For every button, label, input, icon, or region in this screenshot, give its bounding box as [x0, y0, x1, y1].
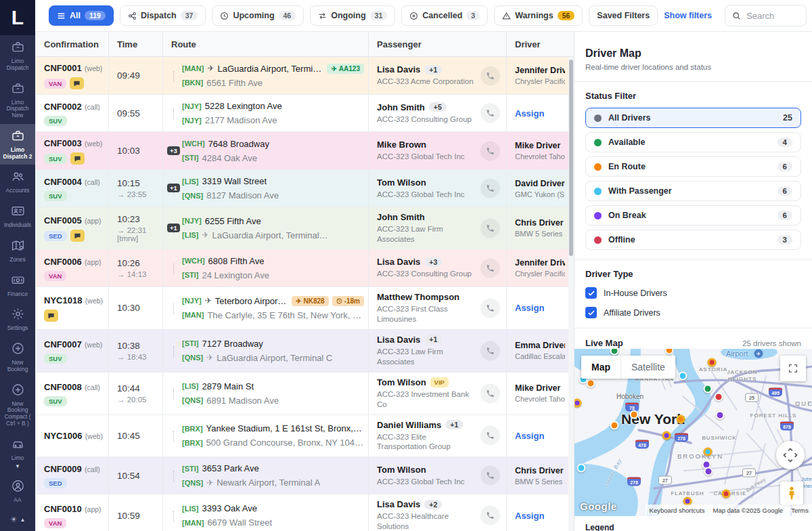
chat-icon[interactable] — [70, 77, 84, 89]
tab-saved-filters[interactable]: Saved Filters — [589, 5, 658, 26]
sidebar-item-aa[interactable]: AA — [0, 474, 35, 509]
chat-icon[interactable] — [70, 230, 85, 242]
booking-row[interactable]: CNF0002 (call) SUV 09:55 [NJY] 5228 Lexi… — [36, 95, 569, 132]
checkbox-in-house-drivers[interactable]: In-House Drivers — [585, 287, 801, 299]
driver-marker-orange[interactable] — [630, 410, 639, 419]
satellite-button[interactable]: Satellite — [621, 356, 675, 379]
chat-icon[interactable] — [44, 310, 58, 322]
booking-row[interactable]: CNF0007 (web) SUV 10:38 → 18:43 [STI] 71… — [36, 330, 569, 373]
sidebar-item-zones[interactable]: Zones — [0, 234, 35, 268]
checkbox-icon[interactable] — [585, 287, 597, 299]
driver-marker-cyan[interactable] — [577, 464, 586, 473]
sidebar-item-limo-dispatch[interactable]: Limo Dispatch — [0, 35, 35, 77]
dropoff-time: → 20:05 — [117, 396, 158, 404]
driver-vehicle: GMC Yukon (SUV) — [515, 190, 565, 198]
driver-marker-orange[interactable] — [610, 421, 619, 430]
show-filters-link[interactable]: Show filters — [664, 11, 712, 20]
tab-ongoing[interactable]: Ongoing 31 — [310, 5, 395, 26]
phone-icon[interactable] — [480, 466, 500, 486]
booking-row[interactable]: CNF0005 (app) SED 10:23 → 22:31 [tmrw] +… — [36, 207, 569, 250]
status-filter-all-drivers[interactable]: All Drivers 25 — [585, 108, 801, 128]
phone-icon[interactable] — [480, 298, 500, 318]
checkbox-affiliate-drivers[interactable]: Affiliate Drivers — [585, 307, 801, 318]
booking-row[interactable]: CNF0001 (web) VAN 09:49 [MAN] ✈ LaGuardi… — [36, 57, 569, 95]
assign-link[interactable]: Assign — [515, 431, 565, 441]
tab-cancelled[interactable]: Cancelled 3 — [401, 5, 488, 26]
scrollbar-thumb[interactable] — [569, 60, 573, 256]
chat-icon[interactable] — [70, 152, 85, 165]
booking-row[interactable]: CNF0003 (web) SUV 10:03 +3 [WCH] 7648 Br… — [36, 132, 569, 170]
booking-row[interactable]: CNF0006 (app) VAN 10:26 → 14:13 [WCH] 68… — [36, 250, 569, 287]
status-filter-available[interactable]: Available 4 — [585, 132, 801, 152]
sidebar-item-limo[interactable]: Limo ▼ — [0, 432, 35, 474]
tab-upcoming[interactable]: Upcoming 46 — [212, 5, 304, 26]
driver-marker-red[interactable] — [708, 358, 717, 367]
driver-marker-cyan[interactable] — [679, 372, 687, 381]
theme-toggle[interactable]: ☀ ▲ — [0, 509, 35, 531]
checkbox-icon[interactable] — [585, 307, 597, 318]
passenger-cell: Lisa Davis +1 ACC-323 Acme Corporation — [369, 57, 507, 94]
filter-tabs: All 119 Dispatch 37 Upcoming 46 Ongoing … — [49, 5, 658, 26]
driver-marker-green[interactable] — [704, 385, 713, 394]
phone-icon[interactable] — [480, 506, 500, 526]
driver-marker-red[interactable] — [715, 393, 723, 402]
status-filter-offline[interactable]: Offline 3 — [585, 230, 801, 250]
phone-icon[interactable] — [480, 383, 500, 403]
terms-link[interactable]: Terms — [791, 507, 809, 514]
driver-marker-purple[interactable] — [716, 411, 725, 420]
status-filter-en-route[interactable]: En Route 6 — [585, 156, 801, 177]
phone-icon[interactable] — [480, 179, 500, 198]
status-filter-on-break[interactable]: On Break 6 — [585, 205, 801, 226]
pan-control[interactable] — [776, 441, 805, 469]
phone-icon[interactable] — [480, 258, 500, 278]
sidebar-item-accounts[interactable]: Accounts — [0, 165, 35, 199]
phone-icon[interactable] — [480, 426, 500, 446]
phone-icon[interactable] — [480, 218, 500, 238]
sidebar-item-individuals[interactable]: Individuals — [0, 199, 35, 234]
phone-icon[interactable] — [480, 141, 500, 161]
booking-row[interactable]: NYC1006 (web) 10:45 [BRX] Yankee Stadium… — [36, 415, 569, 458]
status-filter-with-passenger[interactable]: With Passenger 6 — [585, 181, 801, 201]
map-button[interactable]: Map — [581, 356, 621, 379]
tab-dispatch[interactable]: Dispatch 37 — [120, 5, 206, 26]
sidebar-item-settings[interactable]: Settings — [0, 302, 35, 337]
table-scrollbar[interactable] — [568, 57, 574, 531]
flight-number: AA123 — [339, 65, 360, 72]
phone-icon[interactable] — [480, 341, 500, 360]
driver-marker-purple[interactable] — [704, 467, 713, 476]
booking-row[interactable]: CNF0008 (call) SUV 10:44 → 20:05 [LIS] 2… — [36, 373, 569, 415]
driver-marker-orange[interactable] — [677, 415, 685, 424]
search-input[interactable] — [746, 11, 799, 21]
booking-row[interactable]: CNF0004 (call) SUV 10:15 → 23:55 +1 [LIS… — [36, 170, 569, 207]
driver-marker-purple[interactable] — [662, 431, 671, 440]
assign-link[interactable]: Assign — [515, 108, 565, 119]
tab-all[interactable]: All 119 — [49, 5, 114, 26]
tab-warnings[interactable]: Warnings 56 — [494, 5, 583, 26]
vehicle-type-badge: SED — [44, 231, 67, 241]
sidebar-item-new-booking[interactable]: New Booking — [0, 337, 35, 378]
assign-link[interactable]: Assign — [515, 511, 565, 521]
airport-icon: ✈ — [754, 349, 763, 358]
pegman-icon[interactable] — [780, 482, 803, 505]
driver-marker-cyan[interactable] — [704, 448, 713, 456]
phone-icon[interactable] — [480, 104, 500, 123]
app-logo[interactable]: L — [0, 0, 35, 35]
time-cell: 10:59 — [109, 494, 163, 531]
booking-row[interactable]: NYC1018 (web) 10:30 [NJY] ✈ Teterboro Ai… — [36, 287, 569, 330]
booking-row[interactable]: CNF0009 (call) SED 10:54 [STI] 3653 Park… — [36, 457, 569, 494]
fullscreen-button[interactable] — [780, 356, 806, 381]
live-map[interactable]: MANHATTANASTORIAJACKSON HEIGHTSHobokenNe… — [574, 349, 812, 516]
phone-icon[interactable] — [480, 66, 500, 85]
status-label: En Route — [608, 162, 646, 171]
booking-row[interactable]: CNF0010 (app) VAN 10:59 [LIS] 3393 Oak A… — [36, 494, 569, 531]
sidebar-item-new-booking-compact-ctrl-b[interactable]: New Booking Compact ( Ctrl + B ) — [0, 378, 35, 432]
sidebar-item-finance[interactable]: Finance — [0, 268, 35, 303]
sidebar-item-limo-dispatch-2[interactable]: Limo Dispatch 2 — [0, 124, 35, 165]
passenger-name: Mike Brown — [377, 140, 426, 150]
keyboard-shortcuts-link[interactable]: Keyboard shortcuts — [650, 507, 705, 514]
confirmation-id: CNF0009 — [44, 464, 82, 474]
driver-marker-orange[interactable] — [587, 379, 595, 388]
sidebar-item-limo-dispatch-new[interactable]: Limo Dispatch New — [0, 77, 35, 124]
driver-marker-red[interactable] — [722, 490, 731, 498]
assign-link[interactable]: Assign — [515, 303, 565, 313]
